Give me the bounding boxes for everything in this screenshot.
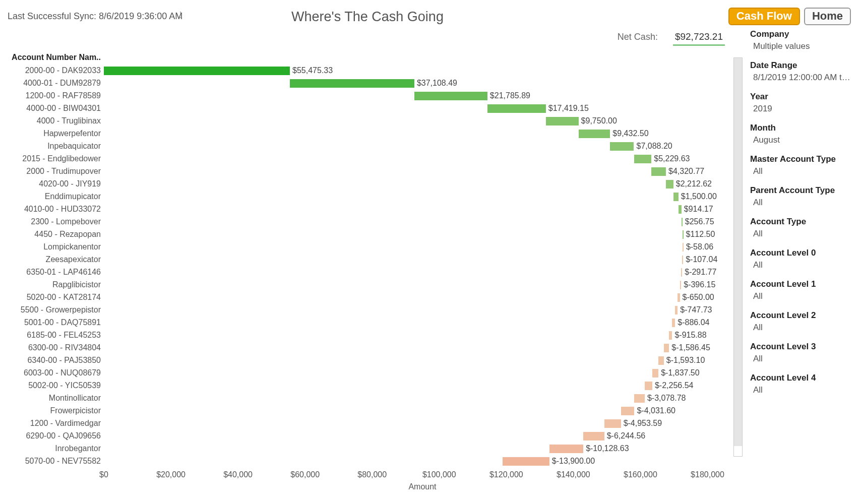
bar[interactable] — [678, 293, 680, 302]
x-tick: $20,000 — [156, 470, 186, 479]
bar[interactable] — [682, 256, 683, 264]
chart-plot-area: 2000-00 - DAK92033$55,475.334000-01 - DU… — [10, 64, 741, 467]
bar[interactable] — [679, 205, 682, 214]
bar-wrap: $9,750.00 — [104, 116, 741, 126]
filter-month[interactable]: MonthAugust — [750, 123, 851, 145]
bar-value-label: $-4,031.60 — [637, 406, 675, 416]
chart-row[interactable]: 2000 - Trudimupover$4,320.77 — [10, 165, 741, 177]
bar-wrap: $-13,900.00 — [104, 456, 741, 466]
chart-row[interactable]: 6350-01 - LAP46146$-291.77 — [10, 266, 741, 278]
chart-row[interactable]: 6300-00 - RIV34804$-1,586.45 — [10, 341, 741, 354]
filter-account-level-2[interactable]: Account Level 2All — [750, 310, 851, 333]
filter-value: All — [750, 385, 851, 395]
chart-row[interactable]: 4010-00 - HUD33072$914.17 — [10, 203, 741, 215]
bar[interactable] — [583, 432, 604, 440]
bar[interactable] — [414, 92, 487, 100]
bar-wrap: $17,419.15 — [104, 103, 741, 113]
chart-row[interactable]: Enddimupicator$1,500.00 — [10, 190, 741, 203]
category-label: 5020-00 - KAT28174 — [10, 293, 104, 302]
bar[interactable] — [651, 167, 666, 176]
bar[interactable] — [610, 142, 634, 151]
chart-row[interactable]: Inrobegantor$-10,128.63 — [10, 442, 741, 455]
bar[interactable] — [487, 104, 546, 113]
chart-scrollbar[interactable] — [733, 57, 743, 457]
filter-label: Parent Account Type — [750, 185, 851, 196]
filter-year[interactable]: Year2019 — [750, 92, 851, 114]
filter-company[interactable]: CompanyMultiple values — [750, 29, 851, 51]
bar[interactable] — [683, 230, 684, 239]
filter-account-level-4[interactable]: Account Level 4All — [750, 373, 851, 395]
filter-account-level-1[interactable]: Account Level 1All — [750, 279, 851, 301]
bar[interactable] — [673, 193, 679, 201]
bar[interactable] — [549, 445, 583, 453]
chart-row[interactable]: 6340-00 - PAJ53850$-1,593.10 — [10, 354, 741, 366]
chart-row[interactable]: 5002-00 - YIC50539$-2,256.54 — [10, 379, 741, 392]
scrollbar-thumb[interactable] — [734, 58, 742, 446]
filter-value: All — [750, 260, 851, 270]
chart-row[interactable]: Frowerpicistor$-4,031.60 — [10, 404, 741, 417]
filter-account-level-0[interactable]: Account Level 0All — [750, 248, 851, 270]
filter-account-level-3[interactable]: Account Level 3All — [750, 342, 851, 364]
chart-row[interactable]: 4000 - Truglibinax$9,750.00 — [10, 114, 741, 127]
bar[interactable] — [680, 281, 682, 289]
bar[interactable] — [579, 130, 610, 138]
filter-date-range[interactable]: Date Range8/1/2019 12:00:00 AM to .. — [750, 60, 851, 83]
bar[interactable] — [621, 407, 635, 415]
bar[interactable] — [672, 319, 675, 327]
chart-row[interactable]: 6185-00 - FEL45253$-915.88 — [10, 329, 741, 341]
chart-row[interactable]: 6290-00 - QAJ09656$-6,244.56 — [10, 429, 741, 442]
x-tick: $0 — [99, 470, 108, 479]
bar[interactable] — [682, 218, 683, 226]
chart-row[interactable]: 1200-00 - RAF78589$21,785.89 — [10, 89, 741, 102]
chart-row[interactable]: 1200 - Vardimedgar$-4,953.59 — [10, 417, 741, 429]
home-button[interactable]: Home — [804, 8, 851, 25]
bar[interactable] — [546, 117, 579, 125]
bar[interactable] — [290, 79, 414, 88]
chart-row[interactable]: 4000-00 - BIW04301$17,419.15 — [10, 102, 741, 114]
category-axis-header: Account Number Nam.. — [10, 53, 101, 62]
bar[interactable] — [503, 457, 549, 466]
chart-row[interactable]: 2000-00 - DAK92033$55,475.33 — [10, 64, 741, 77]
chart-row[interactable]: 4450 - Rezapopan$112.50 — [10, 228, 741, 240]
chart-row[interactable]: Lompickanentor$-58.06 — [10, 240, 741, 253]
bar[interactable] — [669, 331, 672, 340]
bar[interactable] — [683, 243, 684, 251]
filter-parent-account-type[interactable]: Parent Account TypeAll — [750, 185, 851, 208]
chart-row[interactable]: Zeesapexicator$-107.04 — [10, 253, 741, 266]
chart-row[interactable]: 5020-00 - KAT28174$-650.00 — [10, 291, 741, 303]
bar-value-label: $112.50 — [686, 229, 715, 239]
bar[interactable] — [652, 369, 658, 377]
bar[interactable] — [675, 306, 678, 314]
bar[interactable] — [664, 344, 669, 352]
category-label: 4000-01 - DUM92879 — [10, 79, 104, 88]
chart-row[interactable]: 5001-00 - DAQ75891$-886.04 — [10, 316, 741, 329]
bar[interactable] — [634, 394, 644, 403]
bar[interactable] — [658, 356, 664, 365]
bar-value-label: $-747.73 — [680, 305, 712, 315]
cash-flow-button[interactable]: Cash Flow — [728, 8, 800, 25]
chart-row[interactable]: 2300 - Lompebover$256.75 — [10, 215, 741, 228]
chart-row[interactable]: 6003-00 - NUQ08679$-1,837.50 — [10, 366, 741, 379]
category-label: Hapwerpefentor — [10, 129, 104, 138]
chart-row[interactable]: Rapglibicistor$-396.15 — [10, 278, 741, 291]
bar[interactable] — [104, 67, 290, 75]
chart-row[interactable]: Montinollicator$-3,078.78 — [10, 392, 741, 404]
chart-row[interactable]: Inpebaquicator$7,088.20 — [10, 140, 741, 152]
filter-account-type[interactable]: Account TypeAll — [750, 217, 851, 239]
bar[interactable] — [604, 419, 621, 428]
filter-label: Account Level 0 — [750, 248, 851, 258]
chart-row[interactable]: 5500 - Growerpepistor$-747.73 — [10, 303, 741, 316]
bar[interactable] — [634, 155, 652, 163]
bar[interactable] — [645, 382, 652, 390]
chart-row[interactable]: 4000-01 - DUM92879$37,108.49 — [10, 77, 741, 89]
chart-row[interactable]: 5070-00 - NEV75582$-13,900.00 — [10, 455, 741, 467]
chart-row[interactable]: Hapwerpefentor$9,432.50 — [10, 127, 741, 140]
chart-row[interactable]: 2015 - Endglibedower$5,229.63 — [10, 152, 741, 165]
bar[interactable] — [681, 268, 682, 277]
bar-value-label: $17,419.15 — [548, 103, 589, 113]
bar[interactable] — [666, 180, 673, 188]
page-title: Where's The Cash Going — [0, 9, 735, 25]
filter-master-account-type[interactable]: Master Account TypeAll — [750, 154, 851, 176]
bar-value-label: $-58.06 — [686, 242, 713, 252]
chart-row[interactable]: 4020-00 - JIY919$2,212.62 — [10, 177, 741, 190]
